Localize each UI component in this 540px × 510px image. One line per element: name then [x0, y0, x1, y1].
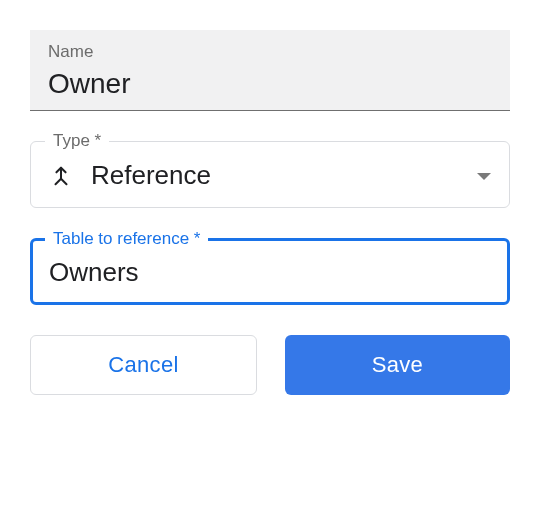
button-row: Cancel Save	[30, 335, 510, 395]
table-reference-select[interactable]: Table to reference * Owners	[30, 238, 510, 305]
name-value: Owner	[48, 68, 492, 100]
type-select[interactable]: Type * Reference	[30, 141, 510, 208]
save-button[interactable]: Save	[285, 335, 510, 395]
type-content: Reference	[49, 160, 491, 191]
cancel-button[interactable]: Cancel	[30, 335, 257, 395]
merge-icon	[49, 164, 73, 188]
table-reference-value: Owners	[49, 257, 491, 288]
type-value: Reference	[91, 160, 211, 191]
chevron-down-icon	[477, 167, 491, 185]
name-label: Name	[48, 42, 492, 62]
dialog-form: Name Owner Type * Reference	[30, 30, 510, 395]
type-label: Type *	[45, 131, 109, 151]
name-field[interactable]: Name Owner	[30, 30, 510, 111]
type-left: Reference	[49, 160, 211, 191]
table-reference-label: Table to reference *	[45, 229, 208, 249]
